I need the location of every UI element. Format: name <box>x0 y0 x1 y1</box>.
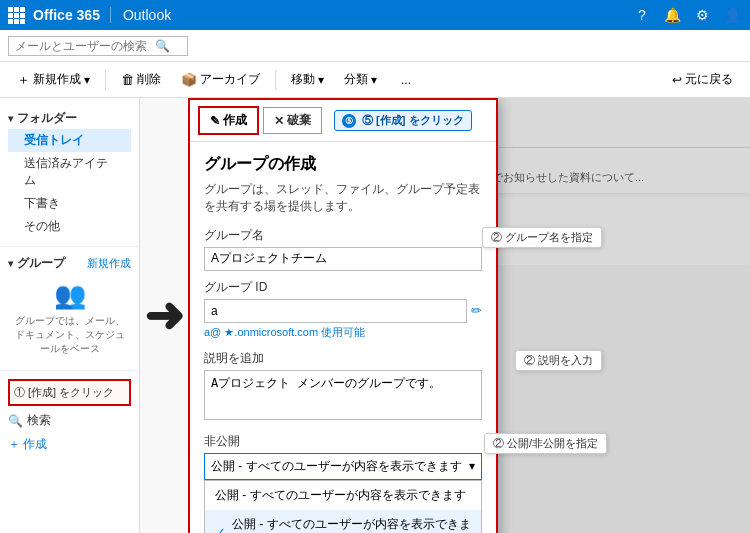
modal-cancel-icon: ✕ <box>274 114 284 128</box>
delete-icon: 🗑 <box>121 72 134 87</box>
sidebar-create-button[interactable]: ＋ 作成 <box>8 433 131 456</box>
waffle-menu[interactable] <box>8 7 25 24</box>
step2-privacy-annotation: ② 公開/非公開を指定 <box>484 433 607 454</box>
app-name: Office 365 <box>33 7 111 23</box>
privacy-option1[interactable]: 公開 - すべてのユーザーが内容を表示できます <box>205 481 481 510</box>
modal-create-button[interactable]: ✎ 作成 <box>198 106 259 135</box>
sidebar-bottom: ① [作成] をクリック 🔍 検索 ＋ 作成 <box>0 375 139 460</box>
group-name-label: グループ名 <box>204 227 482 244</box>
content-area: 受信トレイ 次へ: これから 2 日間はイベントがあります。 Taro Yama… <box>188 98 750 533</box>
module-name: Outlook <box>123 7 171 23</box>
modal-body: グループの作成 グループは、スレッド、ファイル、グループ予定表を共有する場を提供… <box>190 142 496 533</box>
sep2 <box>275 70 276 90</box>
new-icon: ＋ <box>17 71 30 89</box>
delete-button[interactable]: 🗑 削除 <box>112 66 170 93</box>
user-icon[interactable]: 👤 <box>722 5 742 25</box>
sidebar-item-other[interactable]: その他 <box>8 215 131 238</box>
privacy-option1-selected[interactable]: ✓ 公開 - すべてのユーザーが内容を表示できます <box>205 510 481 533</box>
sidebar-divider <box>0 246 139 247</box>
group-id-input[interactable] <box>204 299 467 323</box>
archive-button[interactable]: 📦 アーカイブ <box>172 66 269 93</box>
sep1 <box>105 70 106 90</box>
more-button[interactable]: ... <box>392 68 420 92</box>
group-id-edit-icon[interactable]: ✏ <box>471 303 482 318</box>
back-button[interactable]: ↩ 元に戻る <box>663 66 742 93</box>
right-arrow-icon: ➜ <box>144 292 184 340</box>
notification-icon[interactable]: 🔔 <box>662 5 682 25</box>
privacy-selected-text: 公開 - すべてのユーザーが内容を表示できます <box>211 458 462 475</box>
sidebar-item-inbox[interactable]: 受信トレイ <box>8 129 131 152</box>
step2-name-annotation: ② グループ名を指定 <box>482 227 602 248</box>
new-button[interactable]: ＋ 新規作成 ▾ <box>8 66 99 94</box>
settings-icon[interactable]: ⚙ <box>692 5 712 25</box>
privacy-dropdown-menu: 公開 - すべてのユーザーが内容を表示できます ✓ 公開 - すべてのユーザーが… <box>204 480 482 533</box>
modal-create-icon: ✎ <box>210 114 220 128</box>
sidebar-divider2 <box>0 370 139 371</box>
classify-button[interactable]: 分類 ▾ <box>335 66 386 93</box>
groups-people-icon: 👥 <box>10 280 129 311</box>
folder-header: ▾ フォルダー <box>8 110 131 127</box>
search-input[interactable] <box>15 39 155 53</box>
move-button[interactable]: 移動 ▾ <box>282 66 333 93</box>
new-group-link[interactable]: 新規作成 <box>87 256 131 271</box>
groups-description: グループでは、メール、ドキュメント、スケジュールをベース <box>10 314 129 356</box>
privacy-chevron-icon: ▾ <box>469 459 475 473</box>
modal-toolbar: ✎ 作成 ✕ 破棄 ⑤ ⑤ [作成] をクリック <box>190 100 496 142</box>
groups-icon-area: 👥 グループでは、メール、ドキュメント、スケジュールをベース <box>8 274 131 362</box>
modal-title: グループの作成 <box>204 154 482 175</box>
group-id-row: ✏ <box>204 299 482 323</box>
modal-description: グループは、スレッド、ファイル、グループ予定表を共有する場を提供します。 <box>204 181 482 215</box>
groups-section: ▾ グループ 新規作成 👥 グループでは、メール、ドキュメント、スケジュールをベ… <box>0 251 139 366</box>
privacy-dropdown[interactable]: 公開 - すべてのユーザーが内容を表示できます ▾ <box>204 453 482 480</box>
sidebar-item-sent[interactable]: 送信済みアイテム <box>8 152 131 192</box>
folder-chevron-icon: ▾ <box>8 113 13 124</box>
modal-cancel-button[interactable]: ✕ 破棄 <box>263 107 322 134</box>
help-icon[interactable]: ? <box>632 5 652 25</box>
toolbar: ＋ 新規作成 ▾ 🗑 削除 📦 アーカイブ 移動 ▾ 分類 ▾ ... ↩ 元に… <box>0 62 750 98</box>
sidebar-item-draft[interactable]: 下書き <box>8 192 131 215</box>
move-chevron-icon: ▾ <box>318 73 324 87</box>
modal-overlay: ✎ 作成 ✕ 破棄 ⑤ ⑤ [作成] をクリック グループの作成 <box>188 98 750 533</box>
create-group-modal: ✎ 作成 ✕ 破棄 ⑤ ⑤ [作成] をクリック グループの作成 <box>188 98 498 533</box>
privacy-check-icon: ✓ <box>215 525 226 533</box>
description-label: 説明を追加 <box>204 350 482 367</box>
search-wrap[interactable]: 🔍 <box>8 36 188 56</box>
sidebar: ▾ フォルダー 受信トレイ 送信済みアイテム 下書き その他 ▾ グループ 新規… <box>0 98 140 533</box>
back-icon: ↩ <box>672 73 682 87</box>
group-id-label: グループ ID <box>204 279 482 296</box>
archive-icon: 📦 <box>181 72 197 87</box>
sidebar-search-row: 🔍 検索 <box>8 410 131 431</box>
folder-section: ▾ フォルダー 受信トレイ 送信済みアイテム 下書き その他 <box>0 106 139 242</box>
search-icon: 🔍 <box>155 39 170 53</box>
step2-desc-annotation: ② 説明を入力 <box>515 350 602 371</box>
step1-annotation-box: ① [作成] をクリック <box>8 379 131 406</box>
arrow-area: ➜ <box>140 98 188 533</box>
description-textarea[interactable]: Aプロジェクト メンバーのグループです。 <box>204 370 482 420</box>
topbar: Office 365 Outlook ? 🔔 ⚙ 👤 <box>0 0 750 30</box>
step5-circle: ⑤ <box>342 114 356 128</box>
sidebar-plus-icon: ＋ <box>8 436 20 453</box>
privacy-label: 非公開 <box>204 433 482 450</box>
searchbar: 🔍 <box>0 30 750 62</box>
step5-annotation: ⑤ ⑤ [作成] をクリック <box>334 110 472 131</box>
sidebar-search-icon: 🔍 <box>8 414 23 428</box>
classify-chevron-icon: ▾ <box>371 73 377 87</box>
new-chevron-icon: ▾ <box>84 73 90 87</box>
groups-header: ▾ グループ 新規作成 <box>8 255 131 272</box>
step1-text: ① [作成] をクリック <box>14 385 125 400</box>
group-name-input[interactable] <box>204 247 482 271</box>
group-id-hint: a@ ★.onmicrosoft.com 使用可能 <box>204 325 482 340</box>
groups-chevron-icon: ▾ <box>8 258 13 269</box>
main-layout: ▾ フォルダー 受信トレイ 送信済みアイテム 下書き その他 ▾ グループ 新規… <box>0 98 750 533</box>
